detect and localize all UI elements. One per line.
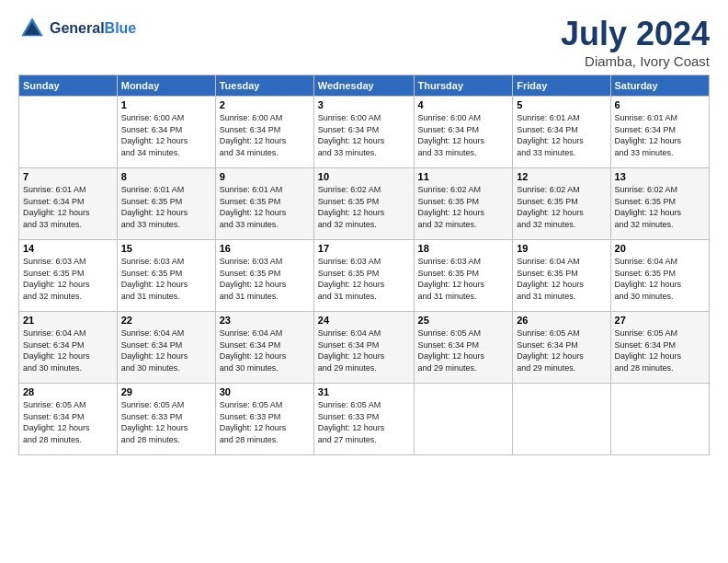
day-info: Sunrise: 6:03 AM Sunset: 6:35 PM Dayligh… xyxy=(318,256,410,302)
page-container: GeneralBlue July 2024 Diamba, Ivory Coas… xyxy=(0,0,728,465)
day-info: Sunrise: 6:04 AM Sunset: 6:34 PM Dayligh… xyxy=(318,327,410,373)
col-sunday: Sunday xyxy=(19,75,118,97)
table-row: 30Sunrise: 6:05 AM Sunset: 6:33 PM Dayli… xyxy=(215,384,313,455)
table-row: 3Sunrise: 6:00 AM Sunset: 6:34 PM Daylig… xyxy=(313,97,414,168)
day-info: Sunrise: 6:05 AM Sunset: 6:33 PM Dayligh… xyxy=(318,399,410,445)
page-subtitle: Diamba, Ivory Coast xyxy=(561,53,710,69)
table-row: 15Sunrise: 6:03 AM Sunset: 6:35 PM Dayli… xyxy=(117,240,215,312)
day-number: 4 xyxy=(418,99,509,110)
day-number: 10 xyxy=(318,171,410,182)
table-row: 2Sunrise: 6:00 AM Sunset: 6:34 PM Daylig… xyxy=(215,97,313,168)
day-number: 11 xyxy=(418,171,509,182)
day-info: Sunrise: 6:03 AM Sunset: 6:35 PM Dayligh… xyxy=(121,256,211,302)
table-row: 19Sunrise: 6:04 AM Sunset: 6:35 PM Dayli… xyxy=(513,240,610,312)
day-info: Sunrise: 6:05 AM Sunset: 6:33 PM Dayligh… xyxy=(121,399,211,445)
day-info: Sunrise: 6:01 AM Sunset: 6:35 PM Dayligh… xyxy=(121,184,211,230)
table-row: 25Sunrise: 6:05 AM Sunset: 6:34 PM Dayli… xyxy=(414,312,513,384)
day-info: Sunrise: 6:04 AM Sunset: 6:35 PM Dayligh… xyxy=(615,256,705,302)
day-number: 12 xyxy=(517,171,606,182)
table-row: 7Sunrise: 6:01 AM Sunset: 6:34 PM Daylig… xyxy=(19,168,118,240)
day-info: Sunrise: 6:05 AM Sunset: 6:34 PM Dayligh… xyxy=(418,327,509,373)
day-info: Sunrise: 6:03 AM Sunset: 6:35 PM Dayligh… xyxy=(418,256,509,302)
day-info: Sunrise: 6:01 AM Sunset: 6:34 PM Dayligh… xyxy=(517,112,606,158)
day-info: Sunrise: 6:04 AM Sunset: 6:34 PM Dayligh… xyxy=(220,327,310,373)
col-wednesday: Wednesday xyxy=(313,75,414,97)
table-row: 12Sunrise: 6:02 AM Sunset: 6:35 PM Dayli… xyxy=(513,168,610,240)
day-number: 13 xyxy=(615,171,705,182)
day-info: Sunrise: 6:03 AM Sunset: 6:35 PM Dayligh… xyxy=(220,256,310,302)
day-info: Sunrise: 6:04 AM Sunset: 6:35 PM Dayligh… xyxy=(517,256,606,302)
day-info: Sunrise: 6:01 AM Sunset: 6:34 PM Dayligh… xyxy=(615,112,705,158)
day-number: 19 xyxy=(517,243,606,254)
table-row: 21Sunrise: 6:04 AM Sunset: 6:34 PM Dayli… xyxy=(19,312,118,384)
calendar-table: Sunday Monday Tuesday Wednesday Thursday… xyxy=(18,75,710,455)
day-number: 27 xyxy=(615,315,705,326)
day-number: 16 xyxy=(220,243,310,254)
table-row: 14Sunrise: 6:03 AM Sunset: 6:35 PM Dayli… xyxy=(19,240,118,312)
day-number: 25 xyxy=(418,315,509,326)
day-number: 22 xyxy=(121,315,211,326)
day-number: 29 xyxy=(121,386,211,397)
day-number: 26 xyxy=(517,315,606,326)
calendar-week-row: 7Sunrise: 6:01 AM Sunset: 6:34 PM Daylig… xyxy=(19,168,710,240)
table-row: 10Sunrise: 6:02 AM Sunset: 6:35 PM Dayli… xyxy=(313,168,414,240)
table-row: 8Sunrise: 6:01 AM Sunset: 6:35 PM Daylig… xyxy=(117,168,215,240)
day-number: 23 xyxy=(220,315,310,326)
table-row: 27Sunrise: 6:05 AM Sunset: 6:34 PM Dayli… xyxy=(610,312,709,384)
calendar-header-row: Sunday Monday Tuesday Wednesday Thursday… xyxy=(19,75,710,97)
table-row: 24Sunrise: 6:04 AM Sunset: 6:34 PM Dayli… xyxy=(313,312,414,384)
day-info: Sunrise: 6:02 AM Sunset: 6:35 PM Dayligh… xyxy=(418,184,509,230)
day-info: Sunrise: 6:02 AM Sunset: 6:35 PM Dayligh… xyxy=(615,184,705,230)
table-row: 6Sunrise: 6:01 AM Sunset: 6:34 PM Daylig… xyxy=(610,97,709,168)
title-area: July 2024 Diamba, Ivory Coast xyxy=(561,15,710,69)
col-friday: Friday xyxy=(513,75,610,97)
day-number: 20 xyxy=(615,243,705,254)
table-row: 9Sunrise: 6:01 AM Sunset: 6:35 PM Daylig… xyxy=(215,168,313,240)
day-number: 7 xyxy=(23,171,113,182)
logo-icon xyxy=(18,15,46,42)
day-info: Sunrise: 6:00 AM Sunset: 6:34 PM Dayligh… xyxy=(220,112,310,158)
table-row: 20Sunrise: 6:04 AM Sunset: 6:35 PM Dayli… xyxy=(610,240,709,312)
day-info: Sunrise: 6:04 AM Sunset: 6:34 PM Dayligh… xyxy=(23,327,113,373)
logo-general: General xyxy=(50,20,105,36)
day-number: 28 xyxy=(23,386,113,397)
day-number: 9 xyxy=(220,171,310,182)
table-row xyxy=(513,384,610,455)
table-row xyxy=(610,384,709,455)
day-number: 18 xyxy=(418,243,509,254)
logo-blue: Blue xyxy=(105,20,137,36)
day-number: 5 xyxy=(517,99,606,110)
day-info: Sunrise: 6:02 AM Sunset: 6:35 PM Dayligh… xyxy=(517,184,606,230)
day-info: Sunrise: 6:00 AM Sunset: 6:34 PM Dayligh… xyxy=(418,112,509,158)
table-row: 11Sunrise: 6:02 AM Sunset: 6:35 PM Dayli… xyxy=(414,168,513,240)
day-number: 24 xyxy=(318,315,410,326)
table-row: 13Sunrise: 6:02 AM Sunset: 6:35 PM Dayli… xyxy=(610,168,709,240)
table-row: 1Sunrise: 6:00 AM Sunset: 6:34 PM Daylig… xyxy=(117,97,215,168)
day-number: 30 xyxy=(220,386,310,397)
logo: GeneralBlue xyxy=(18,15,136,42)
day-info: Sunrise: 6:01 AM Sunset: 6:34 PM Dayligh… xyxy=(23,184,113,230)
day-info: Sunrise: 6:02 AM Sunset: 6:35 PM Dayligh… xyxy=(318,184,410,230)
table-row: 31Sunrise: 6:05 AM Sunset: 6:33 PM Dayli… xyxy=(313,384,414,455)
col-thursday: Thursday xyxy=(414,75,513,97)
header: GeneralBlue July 2024 Diamba, Ivory Coas… xyxy=(18,15,710,69)
day-info: Sunrise: 6:00 AM Sunset: 6:34 PM Dayligh… xyxy=(121,112,211,158)
day-info: Sunrise: 6:05 AM Sunset: 6:34 PM Dayligh… xyxy=(615,327,705,373)
table-row: 18Sunrise: 6:03 AM Sunset: 6:35 PM Dayli… xyxy=(414,240,513,312)
day-number: 15 xyxy=(121,243,211,254)
table-row xyxy=(19,97,118,168)
table-row: 4Sunrise: 6:00 AM Sunset: 6:34 PM Daylig… xyxy=(414,97,513,168)
day-info: Sunrise: 6:05 AM Sunset: 6:34 PM Dayligh… xyxy=(517,327,606,373)
day-number: 8 xyxy=(121,171,211,182)
table-row: 17Sunrise: 6:03 AM Sunset: 6:35 PM Dayli… xyxy=(313,240,414,312)
page-title: July 2024 xyxy=(561,15,710,53)
day-number: 21 xyxy=(23,315,113,326)
table-row: 29Sunrise: 6:05 AM Sunset: 6:33 PM Dayli… xyxy=(117,384,215,455)
day-number: 2 xyxy=(220,99,310,110)
col-tuesday: Tuesday xyxy=(215,75,313,97)
day-number: 14 xyxy=(23,243,113,254)
day-number: 3 xyxy=(318,99,410,110)
table-row: 22Sunrise: 6:04 AM Sunset: 6:34 PM Dayli… xyxy=(117,312,215,384)
calendar-week-row: 1Sunrise: 6:00 AM Sunset: 6:34 PM Daylig… xyxy=(19,97,710,168)
table-row: 16Sunrise: 6:03 AM Sunset: 6:35 PM Dayli… xyxy=(215,240,313,312)
